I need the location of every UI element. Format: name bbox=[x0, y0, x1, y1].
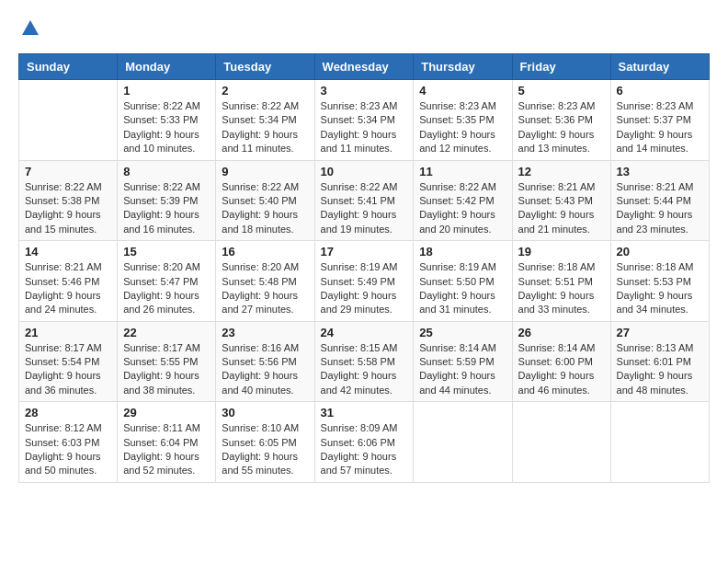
weekday-sunday: Sunday bbox=[19, 54, 118, 80]
day-cell: 7Sunrise: 8:22 AMSunset: 5:38 PMDaylight… bbox=[19, 160, 118, 241]
day-info: Sunrise: 8:22 AMSunset: 5:40 PMDaylight:… bbox=[222, 180, 308, 237]
week-row-4: 21Sunrise: 8:17 AMSunset: 5:54 PMDayligh… bbox=[19, 321, 710, 402]
day-number: 29 bbox=[123, 406, 210, 419]
day-number: 5 bbox=[518, 84, 605, 98]
day-info: Sunrise: 8:18 AMSunset: 5:53 PMDaylight:… bbox=[617, 260, 703, 317]
day-number: 22 bbox=[123, 326, 210, 339]
day-cell: 31Sunrise: 8:09 AMSunset: 6:06 PMDayligh… bbox=[314, 402, 414, 483]
day-cell: 22Sunrise: 8:17 AMSunset: 5:55 PMDayligh… bbox=[118, 321, 216, 402]
logo-icon bbox=[20, 18, 40, 39]
day-info: Sunrise: 8:17 AMSunset: 5:55 PMDaylight:… bbox=[123, 341, 210, 398]
logo bbox=[18, 18, 40, 39]
day-cell: 23Sunrise: 8:16 AMSunset: 5:56 PMDayligh… bbox=[216, 321, 314, 402]
day-cell: 6Sunrise: 8:23 AMSunset: 5:37 PMDaylight… bbox=[610, 80, 709, 161]
day-info: Sunrise: 8:22 AMSunset: 5:34 PMDaylight:… bbox=[222, 99, 308, 156]
day-cell: 28Sunrise: 8:12 AMSunset: 6:03 PMDayligh… bbox=[19, 402, 118, 483]
day-info: Sunrise: 8:22 AMSunset: 5:42 PMDaylight:… bbox=[419, 180, 506, 237]
day-cell: 17Sunrise: 8:19 AMSunset: 5:49 PMDayligh… bbox=[314, 241, 414, 322]
day-info: Sunrise: 8:22 AMSunset: 5:38 PMDaylight:… bbox=[25, 180, 111, 237]
week-row-5: 28Sunrise: 8:12 AMSunset: 6:03 PMDayligh… bbox=[19, 402, 710, 483]
weekday-tuesday: Tuesday bbox=[216, 54, 314, 80]
day-cell: 5Sunrise: 8:23 AMSunset: 5:36 PMDaylight… bbox=[512, 80, 610, 161]
day-info: Sunrise: 8:19 AMSunset: 5:50 PMDaylight:… bbox=[419, 260, 506, 317]
day-number: 21 bbox=[25, 326, 111, 339]
day-number: 7 bbox=[25, 165, 111, 178]
day-info: Sunrise: 8:17 AMSunset: 5:54 PMDaylight:… bbox=[25, 341, 111, 398]
day-cell: 20Sunrise: 8:18 AMSunset: 5:53 PMDayligh… bbox=[610, 241, 709, 322]
day-cell: 24Sunrise: 8:15 AMSunset: 5:58 PMDayligh… bbox=[314, 321, 414, 402]
day-number: 1 bbox=[123, 84, 210, 98]
weekday-monday: Monday bbox=[118, 54, 216, 80]
day-number: 16 bbox=[222, 245, 308, 259]
day-cell: 3Sunrise: 8:23 AMSunset: 5:34 PMDaylight… bbox=[314, 80, 414, 161]
day-cell: 11Sunrise: 8:22 AMSunset: 5:42 PMDayligh… bbox=[414, 160, 512, 241]
day-cell: 19Sunrise: 8:18 AMSunset: 5:51 PMDayligh… bbox=[512, 241, 610, 322]
day-info: Sunrise: 8:23 AMSunset: 5:36 PMDaylight:… bbox=[518, 99, 605, 156]
day-cell: 4Sunrise: 8:23 AMSunset: 5:35 PMDaylight… bbox=[414, 80, 512, 161]
svg-marker-0 bbox=[22, 20, 39, 35]
day-info: Sunrise: 8:16 AMSunset: 5:56 PMDaylight:… bbox=[222, 341, 308, 398]
day-cell: 21Sunrise: 8:17 AMSunset: 5:54 PMDayligh… bbox=[19, 321, 118, 402]
day-info: Sunrise: 8:09 AMSunset: 6:06 PMDaylight:… bbox=[321, 421, 408, 478]
day-info: Sunrise: 8:21 AMSunset: 5:46 PMDaylight:… bbox=[25, 260, 111, 317]
day-number: 20 bbox=[617, 245, 703, 259]
weekday-header-row: SundayMondayTuesdayWednesdayThursdayFrid… bbox=[19, 54, 710, 80]
day-number: 27 bbox=[617, 326, 703, 339]
day-info: Sunrise: 8:18 AMSunset: 5:51 PMDaylight:… bbox=[518, 260, 605, 317]
day-number: 11 bbox=[419, 165, 506, 178]
day-cell: 1Sunrise: 8:22 AMSunset: 5:33 PMDaylight… bbox=[118, 80, 216, 161]
day-cell bbox=[610, 402, 709, 483]
day-info: Sunrise: 8:13 AMSunset: 6:01 PMDaylight:… bbox=[617, 341, 703, 398]
day-info: Sunrise: 8:15 AMSunset: 5:58 PMDaylight:… bbox=[321, 341, 408, 398]
weekday-saturday: Saturday bbox=[610, 54, 709, 80]
day-number: 2 bbox=[222, 84, 308, 98]
day-cell: 8Sunrise: 8:22 AMSunset: 5:39 PMDaylight… bbox=[118, 160, 216, 241]
day-cell: 26Sunrise: 8:14 AMSunset: 6:00 PMDayligh… bbox=[512, 321, 610, 402]
day-info: Sunrise: 8:20 AMSunset: 5:47 PMDaylight:… bbox=[123, 260, 210, 317]
calendar-table: SundayMondayTuesdayWednesdayThursdayFrid… bbox=[18, 53, 710, 483]
weekday-thursday: Thursday bbox=[414, 54, 512, 80]
day-number: 24 bbox=[321, 326, 408, 339]
day-info: Sunrise: 8:23 AMSunset: 5:37 PMDaylight:… bbox=[617, 99, 703, 156]
day-info: Sunrise: 8:12 AMSunset: 6:03 PMDaylight:… bbox=[25, 421, 111, 478]
day-number: 10 bbox=[321, 165, 408, 178]
day-number: 9 bbox=[222, 165, 308, 178]
weekday-friday: Friday bbox=[512, 54, 610, 80]
day-cell: 27Sunrise: 8:13 AMSunset: 6:01 PMDayligh… bbox=[610, 321, 709, 402]
day-number: 26 bbox=[518, 326, 605, 339]
day-number: 3 bbox=[321, 84, 408, 98]
day-cell: 13Sunrise: 8:21 AMSunset: 5:44 PMDayligh… bbox=[610, 160, 709, 241]
day-number: 19 bbox=[518, 245, 605, 259]
day-number: 28 bbox=[25, 406, 111, 419]
day-info: Sunrise: 8:22 AMSunset: 5:41 PMDaylight:… bbox=[321, 180, 408, 237]
week-row-2: 7Sunrise: 8:22 AMSunset: 5:38 PMDaylight… bbox=[19, 160, 710, 241]
day-info: Sunrise: 8:23 AMSunset: 5:35 PMDaylight:… bbox=[419, 99, 506, 156]
weekday-wednesday: Wednesday bbox=[314, 54, 414, 80]
day-cell: 25Sunrise: 8:14 AMSunset: 5:59 PMDayligh… bbox=[414, 321, 512, 402]
day-cell: 12Sunrise: 8:21 AMSunset: 5:43 PMDayligh… bbox=[512, 160, 610, 241]
day-number: 4 bbox=[419, 84, 506, 98]
header bbox=[18, 18, 710, 39]
day-cell: 15Sunrise: 8:20 AMSunset: 5:47 PMDayligh… bbox=[118, 241, 216, 322]
day-number: 12 bbox=[518, 165, 605, 178]
day-cell bbox=[19, 80, 118, 161]
day-info: Sunrise: 8:19 AMSunset: 5:49 PMDaylight:… bbox=[321, 260, 408, 317]
day-info: Sunrise: 8:23 AMSunset: 5:34 PMDaylight:… bbox=[321, 99, 408, 156]
day-info: Sunrise: 8:11 AMSunset: 6:04 PMDaylight:… bbox=[123, 421, 210, 478]
day-cell: 10Sunrise: 8:22 AMSunset: 5:41 PMDayligh… bbox=[314, 160, 414, 241]
week-row-3: 14Sunrise: 8:21 AMSunset: 5:46 PMDayligh… bbox=[19, 241, 710, 322]
day-number: 18 bbox=[419, 245, 506, 259]
day-number: 13 bbox=[617, 165, 703, 178]
week-row-1: 1Sunrise: 8:22 AMSunset: 5:33 PMDaylight… bbox=[19, 80, 710, 161]
day-info: Sunrise: 8:22 AMSunset: 5:33 PMDaylight:… bbox=[123, 99, 210, 156]
day-info: Sunrise: 8:14 AMSunset: 5:59 PMDaylight:… bbox=[419, 341, 506, 398]
day-number: 8 bbox=[123, 165, 210, 178]
day-cell: 29Sunrise: 8:11 AMSunset: 6:04 PMDayligh… bbox=[118, 402, 216, 483]
day-cell: 30Sunrise: 8:10 AMSunset: 6:05 PMDayligh… bbox=[216, 402, 314, 483]
day-cell: 18Sunrise: 8:19 AMSunset: 5:50 PMDayligh… bbox=[414, 241, 512, 322]
day-info: Sunrise: 8:22 AMSunset: 5:39 PMDaylight:… bbox=[123, 180, 210, 237]
day-cell bbox=[512, 402, 610, 483]
day-info: Sunrise: 8:20 AMSunset: 5:48 PMDaylight:… bbox=[222, 260, 308, 317]
day-info: Sunrise: 8:21 AMSunset: 5:44 PMDaylight:… bbox=[617, 180, 703, 237]
day-number: 17 bbox=[321, 245, 408, 259]
